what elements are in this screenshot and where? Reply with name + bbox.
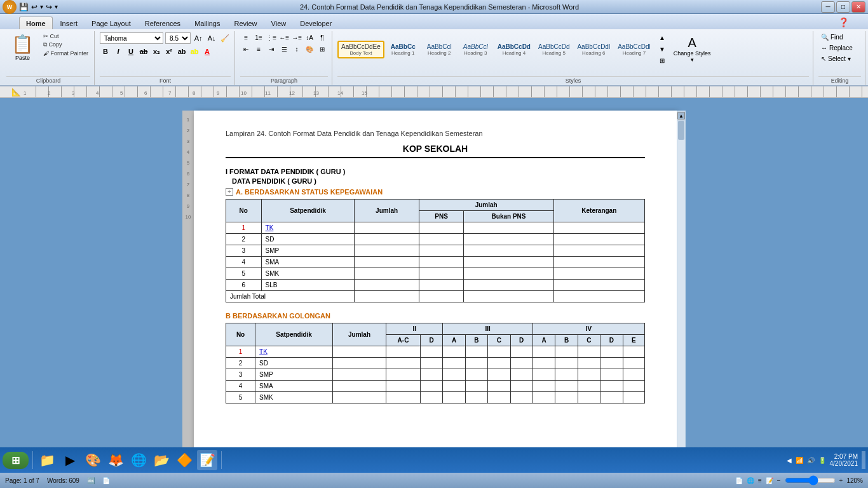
quick-save[interactable]: 💾 xyxy=(19,3,29,11)
maximize-button[interactable]: □ xyxy=(836,1,850,13)
tab-insert[interactable]: Insert xyxy=(54,17,85,29)
clear-format-button[interactable]: 🧹 xyxy=(219,33,231,43)
taskbar-chrome[interactable]: 🌐 xyxy=(128,450,149,470)
expand-icon[interactable]: + xyxy=(226,188,233,196)
underline-button[interactable]: U xyxy=(125,46,137,57)
styles-scroll-buttons: ▲ ▼ ⊞ xyxy=(656,33,668,66)
quick-undo[interactable]: ↩ xyxy=(31,3,37,11)
style-heading4[interactable]: AaBbCcDd Heading 4 xyxy=(494,41,534,58)
style-heading6[interactable]: AaBbCcDdl Heading 6 xyxy=(574,41,613,58)
volume-icon[interactable]: 🔊 xyxy=(807,457,815,464)
copy-button[interactable]: ⧉ Copy xyxy=(41,41,90,49)
format-painter-button[interactable]: 🖌 Format Painter xyxy=(41,50,90,57)
b-sub-e: E xyxy=(623,335,644,346)
bold-button[interactable]: B xyxy=(100,46,111,57)
justify-button[interactable]: ☰ xyxy=(278,44,290,54)
styles-scroll-down[interactable]: ▼ xyxy=(656,44,668,55)
replace-button[interactable]: ↔ Replace xyxy=(818,43,855,53)
italic-button[interactable]: I xyxy=(112,46,124,57)
styles-scroll-up[interactable]: ▲ xyxy=(656,33,668,43)
change-styles-arrow: ▾ xyxy=(691,57,694,63)
style-heading2[interactable]: AaBbCcl Heading 2 xyxy=(422,41,457,58)
shading-button[interactable]: 🎨 xyxy=(304,44,315,54)
strikethrough-button[interactable]: ab xyxy=(138,46,149,57)
borders-button[interactable]: ⊞ xyxy=(316,44,328,54)
tab-view[interactable]: View xyxy=(265,17,293,29)
row4-sat: SMA xyxy=(261,257,355,268)
minimize-button[interactable]: ─ xyxy=(821,1,835,13)
taskbar-explorer[interactable]: 📁 xyxy=(37,450,57,470)
styles-more[interactable]: ⊞ xyxy=(656,56,668,66)
view-draft-icon[interactable]: 📝 xyxy=(766,477,773,484)
numbering-button[interactable]: 1≡ xyxy=(253,32,264,43)
style-heading5[interactable]: AaBbCcDd Heading 5 xyxy=(535,41,573,58)
taskbar-paint[interactable]: 🎨 xyxy=(83,450,103,470)
sort-button[interactable]: ↕A xyxy=(304,32,315,43)
view-outline-icon[interactable]: ≡ xyxy=(758,477,762,484)
heading7-preview: AaBbCcDdl xyxy=(618,43,651,50)
grow-font-button[interactable]: A↑ xyxy=(193,33,204,43)
start-button[interactable]: ⊞ xyxy=(3,452,29,469)
office-button[interactable]: W xyxy=(3,0,17,14)
vertical-scrollbar[interactable]: ▲ ▼ xyxy=(677,111,686,463)
b-row3-no: 3 xyxy=(226,369,255,381)
font-color-button[interactable]: A xyxy=(201,46,213,57)
tab-references[interactable]: References xyxy=(139,17,187,29)
scroll-thumb[interactable] xyxy=(678,121,684,140)
tab-developer[interactable]: Developer xyxy=(294,17,338,29)
taskbar-word[interactable]: 📝 xyxy=(197,450,217,470)
taskbar-browser[interactable]: 🦊 xyxy=(105,450,126,470)
view-web-icon[interactable]: 🌐 xyxy=(747,477,754,484)
tab-home[interactable]: Home xyxy=(19,17,53,29)
align-center-button[interactable]: ≡ xyxy=(253,44,264,54)
taskbar-media[interactable]: ▶ xyxy=(60,450,80,470)
decrease-indent-button[interactable]: ←≡ xyxy=(278,32,290,43)
total-bukan xyxy=(464,291,553,302)
tray-arrow[interactable]: ◀ xyxy=(787,457,792,464)
document-icon[interactable]: 📄 xyxy=(102,477,110,484)
align-right-button[interactable]: ⇥ xyxy=(266,44,277,54)
line-spacing-button[interactable]: ↕ xyxy=(291,44,302,54)
increase-indent-button[interactable]: →≡ xyxy=(291,32,302,43)
align-left-button[interactable]: ⇤ xyxy=(240,44,252,54)
tab-mailings[interactable]: Mailings xyxy=(188,17,226,29)
zoom-in-button[interactable]: + xyxy=(839,477,843,484)
highlight-button[interactable]: ab xyxy=(189,46,200,57)
scroll-up-button[interactable]: ▲ xyxy=(677,112,685,119)
spell-check-icon[interactable]: 🔤 xyxy=(87,477,95,484)
find-button[interactable]: 🔍 Find xyxy=(818,32,845,42)
tab-page-layout[interactable]: Page Layout xyxy=(85,17,137,29)
quick-undo-arrow[interactable]: ▾ xyxy=(40,3,43,10)
cut-button[interactable]: ✂ Cut xyxy=(41,32,90,40)
battery-icon[interactable]: 🔋 xyxy=(818,457,826,464)
style-heading1[interactable]: AaBbCc Heading 1 xyxy=(386,41,421,58)
select-button[interactable]: ↖ Select ▾ xyxy=(818,54,853,64)
help-icon[interactable]: ❓ xyxy=(838,17,849,29)
system-clock[interactable]: 2:07 PM 4/20/2021 xyxy=(830,453,858,467)
bullets-button[interactable]: ≡ xyxy=(240,32,252,43)
superscript-button[interactable]: x² xyxy=(163,46,175,57)
view-normal-icon[interactable]: 📄 xyxy=(735,477,743,484)
taskbar-files[interactable]: 📂 xyxy=(151,450,172,470)
shrink-font-button[interactable]: A↓ xyxy=(206,33,217,43)
quick-redo[interactable]: ↪ xyxy=(46,3,52,11)
subscript-button[interactable]: x₂ xyxy=(151,46,162,57)
taskbar-app6[interactable]: 🔶 xyxy=(174,450,194,470)
multilevel-button[interactable]: ⋮≡ xyxy=(266,32,277,43)
zoom-out-button[interactable]: − xyxy=(777,477,781,484)
text-effects-button[interactable]: ab xyxy=(176,46,187,57)
show-marks-button[interactable]: ¶ xyxy=(316,32,328,43)
show-desktop-button[interactable] xyxy=(862,451,865,469)
tab-review[interactable]: Review xyxy=(227,17,263,29)
style-heading7[interactable]: AaBbCcDdl Heading 7 xyxy=(614,41,654,58)
network-icon[interactable]: 📶 xyxy=(796,457,803,464)
font-size-select[interactable]: 8.5 xyxy=(165,32,191,44)
font-name-select[interactable]: Tahoma xyxy=(100,32,163,44)
scroll-track[interactable] xyxy=(677,121,685,452)
paste-button[interactable]: 📋 Paste xyxy=(6,32,39,62)
change-styles-button[interactable]: A Change Styles ▾ xyxy=(669,32,715,66)
zoom-slider[interactable] xyxy=(785,478,836,483)
style-body-text[interactable]: AaBbCcDdEe Body Text xyxy=(337,41,384,58)
style-heading3[interactable]: AaBbCcl Heading 3 xyxy=(458,41,493,58)
close-button[interactable]: ✕ xyxy=(851,1,865,13)
